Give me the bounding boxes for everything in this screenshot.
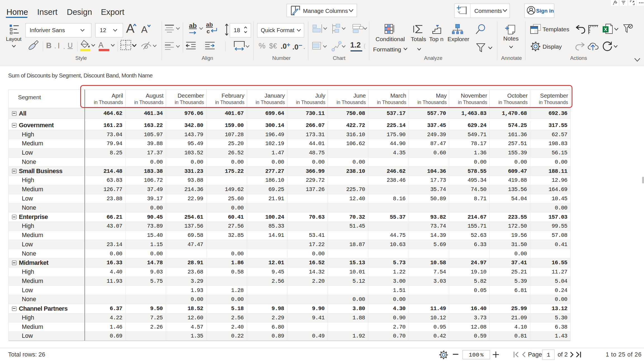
svg-text:X: X <box>604 27 607 32</box>
